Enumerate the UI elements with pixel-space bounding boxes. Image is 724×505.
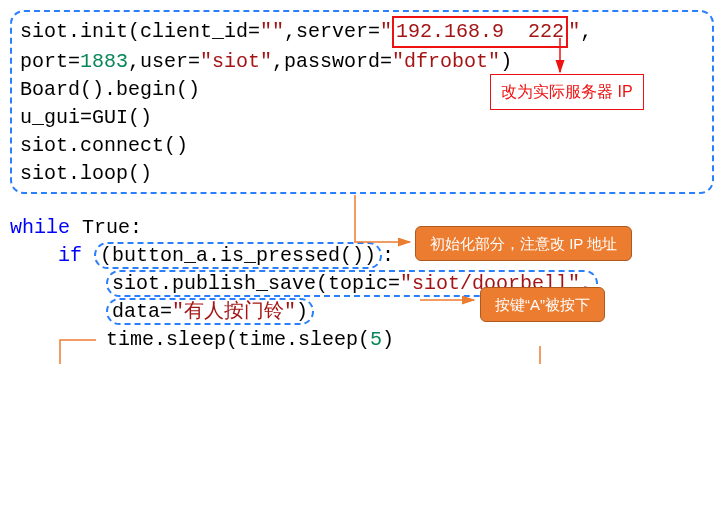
string-literal: "有人按门铃" <box>172 300 296 323</box>
code-line-10: siot.publish_save(topic="siot/doorbell", <box>10 270 714 298</box>
server-ip-box: 192.168.9 222 <box>392 16 568 48</box>
code-text: siot.init(client_id= <box>20 20 260 43</box>
space <box>82 244 94 267</box>
publish-box-l2: data="有人按门铃") <box>106 298 314 325</box>
indent <box>10 300 106 323</box>
code-text: (button_a.is_pressed()) <box>100 244 376 267</box>
number-literal: 1883 <box>80 50 128 73</box>
keyword-while: while <box>10 216 70 239</box>
condition-box: (button_a.is_pressed()) <box>94 242 382 269</box>
string-literal: "dfrobot" <box>392 50 500 73</box>
string-literal: "" <box>260 20 284 43</box>
callout-button-a: 按键“A”被按下 <box>480 287 605 322</box>
indent: time.sleep( <box>10 328 238 351</box>
indent <box>10 244 58 267</box>
code-text: time.sleep( <box>238 328 370 351</box>
code-text: ,password= <box>272 50 392 73</box>
keyword-if: if <box>58 244 82 267</box>
code-line-11: data="有人按门铃") <box>10 298 714 326</box>
code-text: u_gui=GUI() <box>20 106 152 129</box>
code-line-5: siot.connect() <box>20 132 704 160</box>
paren-text: ) <box>296 300 308 323</box>
callout-init: 初始化部分，注意改 IP 地址 <box>415 226 632 261</box>
code-text: ,user= <box>128 50 200 73</box>
code-line-12: time.sleep(time.sleep(5) <box>10 326 714 354</box>
code-text: ,server= <box>284 20 380 43</box>
code-text: siot.loop() <box>20 162 152 185</box>
code-line-6: siot.loop() <box>20 160 704 188</box>
code-line-1: siot.init(client_id="",server="192.168.9… <box>20 16 704 48</box>
indent <box>10 272 106 295</box>
code-text: True: <box>70 216 142 239</box>
code-text: siot.connect() <box>20 134 188 157</box>
code-line-2: port=1883,user="siot",password="dfrobot"… <box>20 48 704 76</box>
colon-text: : <box>382 244 394 267</box>
code-text: data= <box>112 300 172 323</box>
code-text: port= <box>20 50 80 73</box>
paren-text: ) <box>382 328 394 351</box>
number-literal: 5 <box>370 328 382 351</box>
callout-server-ip: 改为实际服务器 IP <box>490 74 644 110</box>
string-literal: "siot" <box>200 50 272 73</box>
comma-text: , <box>580 20 592 43</box>
paren-text: ) <box>500 50 512 73</box>
string-quote: " <box>568 20 580 43</box>
code-text: Board().begin() <box>20 78 200 101</box>
code-text: siot.publish_save(topic= <box>112 272 400 295</box>
string-quote: " <box>380 20 392 43</box>
